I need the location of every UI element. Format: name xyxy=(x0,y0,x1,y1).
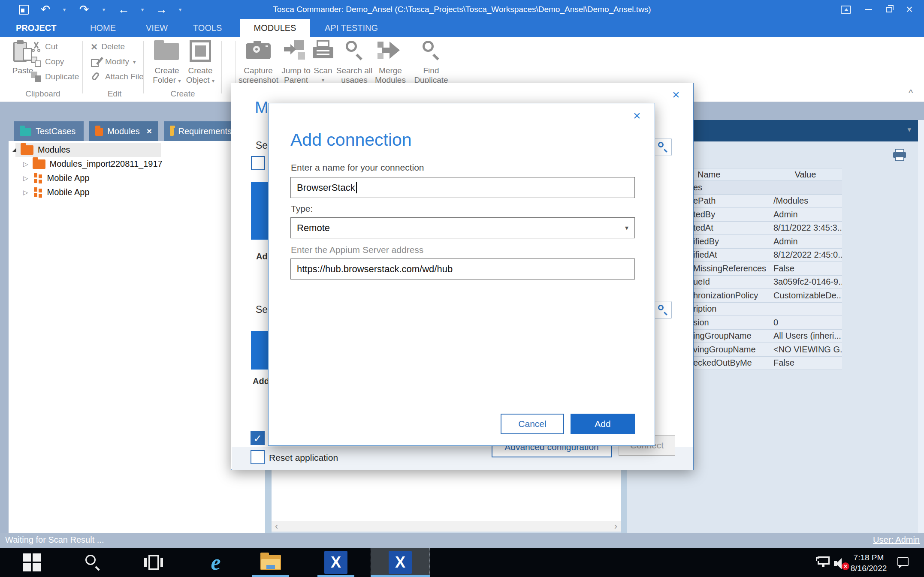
copy-button[interactable]: Copy xyxy=(31,56,64,67)
start-button[interactable] xyxy=(19,548,45,577)
table-row[interactable]: sion0 xyxy=(689,316,842,330)
capture-screenshot-button[interactable]: Capture screenshot xyxy=(239,40,278,85)
tosca-commander-button-2[interactable]: X xyxy=(387,548,413,577)
back-icon[interactable]: ← xyxy=(116,0,131,19)
tab-tools[interactable]: TOOLS xyxy=(193,19,222,37)
doc-tab-modules[interactable]: Modules × xyxy=(89,121,158,141)
undo-icon[interactable]: ↶ xyxy=(38,0,53,19)
tree-item-mobile-app-1[interactable]: ▷ Mobile App xyxy=(9,171,265,185)
close-dialog-button[interactable]: × xyxy=(633,109,641,122)
delete-button[interactable]: × Delete xyxy=(91,41,125,52)
cut-button[interactable]: Cut xyxy=(31,41,58,52)
table-row[interactable]: eckedOutByMeFalse xyxy=(689,357,842,370)
close-dialog-button[interactable]: × xyxy=(672,88,680,101)
collapsed-arrow-icon[interactable]: ▷ xyxy=(23,160,28,168)
search-all-usages-button[interactable]: Search all usages xyxy=(334,40,375,85)
connection-name-input[interactable]: BrowserStack xyxy=(290,177,635,198)
reset-application-checkbox[interactable] xyxy=(251,450,265,464)
doc-tab-testcases[interactable]: TestCases xyxy=(14,121,84,141)
select-dropdown-icon: ▾ xyxy=(625,224,628,232)
table-row[interactable]: ifiedAt8/12/2022 2:45:0... xyxy=(689,249,842,262)
duplicate-button[interactable]: Duplicate xyxy=(31,71,79,82)
tab-project[interactable]: PROJECT xyxy=(16,19,56,37)
table-row[interactable]: hronizationPolicyCustomizableDe... xyxy=(689,289,842,303)
close-window-button[interactable]: × xyxy=(901,0,918,19)
tab-api-testing[interactable]: API TESTING xyxy=(325,19,378,37)
tree-item-modules-import[interactable]: ▷ Modules_import220811_1917 xyxy=(9,157,265,171)
table-row[interactable]: vingGroupName<NO VIEWING G... xyxy=(689,343,842,357)
tab-modules[interactable]: MODULES xyxy=(240,19,310,37)
taskbar-clock[interactable]: 7:18 PM 8/16/2022 xyxy=(843,552,894,574)
table-row[interactable]: tedByAdmin xyxy=(689,208,842,222)
scroll-left-icon[interactable]: ‹ xyxy=(275,521,278,532)
restore-button[interactable] xyxy=(880,0,897,19)
column-header-value[interactable]: Value xyxy=(769,168,842,180)
cancel-button[interactable]: Cancel xyxy=(501,414,564,434)
table-row[interactable]: ifiedByAdmin xyxy=(689,235,842,249)
table-row[interactable]: es xyxy=(689,181,842,195)
forward-dropdown-icon[interactable]: ▾ xyxy=(177,0,184,19)
checkbox-checked[interactable]: ✓ xyxy=(251,431,265,445)
table-row[interactable]: ePath/Modules xyxy=(689,195,842,208)
connection-name-label: Enter a name for your connection xyxy=(291,162,424,173)
table-row[interactable]: tedAt8/11/2022 3:45:3... xyxy=(689,222,842,235)
internet-explorer-icon: e xyxy=(211,550,220,574)
tab-view[interactable]: VIEW xyxy=(146,19,168,37)
header-dropdown-icon[interactable]: ▾ xyxy=(907,125,911,134)
ribbon-display-options-button[interactable] xyxy=(837,0,855,19)
back-dropdown-icon[interactable]: ▾ xyxy=(139,0,146,19)
tree-item-modules-root[interactable]: Modules xyxy=(9,143,265,157)
expanded-arrow-icon[interactable] xyxy=(12,148,16,152)
doc-tab-requirements[interactable]: Requirements xyxy=(164,121,238,141)
table-row[interactable]: ription xyxy=(689,303,842,316)
minimize-button[interactable] xyxy=(860,0,877,19)
create-folder-label2: Folder xyxy=(153,75,176,84)
minimize-icon xyxy=(865,9,872,10)
create-object-button[interactable]: Create Object ▾ xyxy=(184,40,216,86)
merge-label: Merge xyxy=(375,66,406,75)
table-row[interactable]: ingGroupNameAll Users (inheri... xyxy=(689,330,842,343)
property-name: ription xyxy=(689,303,769,316)
undo-dropdown-icon[interactable]: ▾ xyxy=(61,0,68,19)
task-view-button[interactable] xyxy=(141,548,166,577)
redo-dropdown-icon[interactable]: ▾ xyxy=(100,0,107,19)
merge-icon xyxy=(377,40,403,62)
internet-explorer-button[interactable]: e xyxy=(203,548,229,577)
scroll-right-icon[interactable]: › xyxy=(614,521,617,532)
scan-button[interactable]: Scan ▾ xyxy=(312,40,334,85)
add-button[interactable]: Add xyxy=(571,414,635,434)
tree-item-mobile-app-2[interactable]: ▷ Mobile App xyxy=(9,185,265,199)
action-center-icon[interactable] xyxy=(897,557,909,568)
tosca-commander-button-1[interactable]: X xyxy=(323,548,349,577)
attach-file-button[interactable]: Attach File xyxy=(91,71,144,82)
collapsed-arrow-icon[interactable]: ▷ xyxy=(23,189,28,196)
appium-address-input[interactable]: https://hub.browserstack.com/wd/hub xyxy=(290,258,635,279)
jump-to-parent-button[interactable]: Jump to Parent xyxy=(279,40,313,85)
collapse-ribbon-icon[interactable]: ^ xyxy=(909,87,913,99)
collapsed-arrow-icon[interactable]: ▷ xyxy=(23,174,28,182)
taskbar-search-button[interactable] xyxy=(80,548,106,577)
print-icon[interactable] xyxy=(893,149,906,161)
column-header-name[interactable]: Name xyxy=(689,168,769,180)
file-explorer-button[interactable] xyxy=(258,548,284,577)
duplicate-label: Duplicate xyxy=(45,72,79,81)
type-select[interactable]: Remote ▾ xyxy=(290,217,635,238)
search-button[interactable] xyxy=(654,301,672,319)
tosca-logo-icon: X xyxy=(389,551,412,574)
modify-button[interactable]: Modify ▾ xyxy=(91,56,136,67)
horizontal-scrollbar[interactable]: ‹ › xyxy=(272,521,621,532)
forward-icon[interactable]: → xyxy=(154,0,169,19)
redo-icon[interactable]: ↷ xyxy=(76,0,92,19)
search-button[interactable] xyxy=(654,138,672,156)
table-row[interactable]: MissingReferencesFalse xyxy=(689,262,842,276)
network-tray-icon[interactable] xyxy=(816,556,830,569)
create-folder-button[interactable]: Create Folder ▾ xyxy=(149,40,184,86)
merge-modules-button[interactable]: Merge Modules xyxy=(375,40,406,85)
property-name: vingGroupName xyxy=(689,343,769,356)
close-tab-icon[interactable]: × xyxy=(147,126,152,136)
user-admin-link[interactable]: User: Admin xyxy=(873,535,920,545)
table-row[interactable]: ueId3a059fc2-0146-9... xyxy=(689,276,842,289)
tab-home[interactable]: HOME xyxy=(90,19,116,37)
app-icon[interactable] xyxy=(18,0,29,19)
checkbox-unchecked[interactable] xyxy=(251,156,265,170)
